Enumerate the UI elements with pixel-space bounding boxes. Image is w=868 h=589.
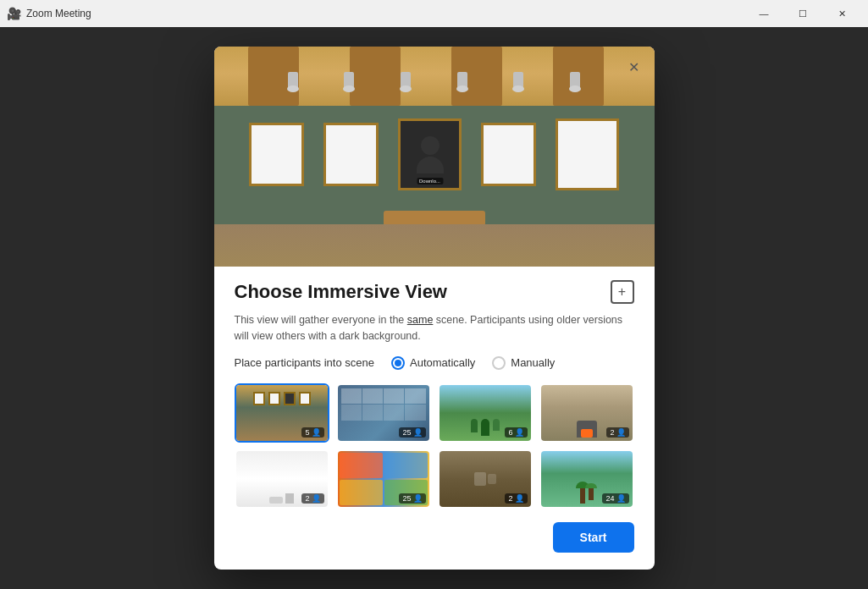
panel xyxy=(384,453,428,478)
plant xyxy=(471,419,478,432)
person-icon-modern: 👤 xyxy=(312,494,321,503)
scene-badge-modern: 2 👤 xyxy=(301,493,323,504)
tropical-trees xyxy=(580,487,594,504)
leaves xyxy=(585,483,597,488)
frame-4 xyxy=(556,118,619,190)
scene-cafe[interactable]: 2 👤 xyxy=(438,449,533,509)
title-bar: 🎥 Zoom Meeting — ☐ ✕ xyxy=(0,0,868,27)
modal-dialog: ✕ xyxy=(214,47,655,570)
room-floor xyxy=(214,224,655,267)
scene-fireplace[interactable]: 2 👤 xyxy=(539,383,634,443)
description-highlight: same xyxy=(407,314,434,326)
hotel-cell xyxy=(362,388,383,405)
scene-badge-cafe: 2 👤 xyxy=(505,493,527,504)
modal-title: Choose Immersive View xyxy=(235,281,448,303)
scene-gallery[interactable]: 5 👤 xyxy=(235,383,329,443)
lights-row xyxy=(214,72,655,89)
plant xyxy=(493,419,500,431)
light-2 xyxy=(344,72,354,89)
scene-tropical[interactable]: 24 👤 xyxy=(539,449,634,509)
frame-inner-1 xyxy=(252,125,301,184)
person-icon-fireplace: 👤 xyxy=(616,428,626,437)
scene-hotel[interactable]: 25 👤 xyxy=(336,383,431,443)
title-bar-left: 🎥 Zoom Meeting xyxy=(7,7,91,20)
modal-content: Choose Immersive View + This view will g… xyxy=(214,267,655,570)
radio-manual[interactable]: Manually xyxy=(492,356,555,370)
preview-image: Downlo... xyxy=(214,47,655,267)
title-bar-controls: — ☐ ✕ xyxy=(744,0,861,27)
plant xyxy=(481,419,489,436)
modal-close-button[interactable]: ✕ xyxy=(624,57,644,77)
menu-board xyxy=(474,472,486,486)
scene-modern[interactable]: 2 👤 xyxy=(235,449,329,509)
scene-badge-garden: 6 👤 xyxy=(505,427,527,438)
modal-header: Choose Immersive View + xyxy=(235,280,634,304)
fireplace-mantle xyxy=(577,421,597,438)
radio-auto[interactable]: Automatically xyxy=(391,356,475,370)
mini-frame xyxy=(284,392,296,405)
light-4 xyxy=(457,72,467,89)
radio-manual-circle xyxy=(492,356,506,370)
light-5 xyxy=(513,72,523,89)
scene-badge-hotel: 25 👤 xyxy=(399,427,425,438)
panel xyxy=(340,480,383,505)
sofa xyxy=(269,497,283,504)
person-icon-tropical: 👤 xyxy=(616,494,626,503)
frame-3 xyxy=(481,123,536,186)
modal-footer: Start xyxy=(235,522,634,553)
scene-badge-tropical: 24 👤 xyxy=(602,493,628,504)
scene-badge-fireplace: 2 👤 xyxy=(606,427,628,438)
modern-furniture xyxy=(269,493,294,504)
place-participants-label: Place participants into scene xyxy=(235,356,374,369)
light-1 xyxy=(288,72,298,89)
badge-count-fireplace: 2 xyxy=(610,428,614,437)
scene-garden[interactable]: 6 👤 xyxy=(438,383,533,443)
hotel-cell xyxy=(384,388,404,405)
mini-frame xyxy=(253,392,265,405)
trunk xyxy=(589,487,594,500)
light-6 xyxy=(570,72,580,89)
panel xyxy=(340,453,383,478)
chair xyxy=(285,493,294,504)
frame-inner-4 xyxy=(558,121,616,188)
scenes-grid: 5 👤 xyxy=(235,383,634,509)
add-scene-button[interactable]: + xyxy=(611,280,634,304)
app-icon: 🎥 xyxy=(7,7,21,20)
badge-count-gallery: 5 xyxy=(305,428,309,437)
badge-count-cafe: 2 xyxy=(508,494,512,503)
menu-board xyxy=(488,474,496,484)
light-3 xyxy=(401,72,411,89)
mini-frame xyxy=(299,392,311,405)
maximize-button[interactable]: ☐ xyxy=(783,0,822,27)
scene-colorful[interactable]: 25 👤 xyxy=(336,449,431,509)
person-icon-hotel: 👤 xyxy=(413,428,423,437)
avatar-person xyxy=(417,136,444,173)
plus-icon: + xyxy=(618,284,626,300)
badge-count-colorful: 25 xyxy=(402,494,411,503)
fire xyxy=(581,429,593,438)
main-area: ✕ xyxy=(0,27,868,589)
window-close-button[interactable]: ✕ xyxy=(822,0,861,27)
frame-2 xyxy=(323,123,379,186)
gallery-frames xyxy=(253,392,311,405)
trunk xyxy=(580,487,585,504)
frame-1 xyxy=(249,123,304,186)
hotel-cell xyxy=(341,405,362,421)
start-button[interactable]: Start xyxy=(553,522,634,553)
frame-center: Downlo... xyxy=(398,118,462,190)
avatar-head xyxy=(421,136,440,155)
hotel-cell xyxy=(405,388,425,405)
badge-count-garden: 6 xyxy=(508,428,512,437)
person-icon-cafe: 👤 xyxy=(515,494,524,503)
minimize-button[interactable]: — xyxy=(744,0,783,27)
radio-group: Place participants into scene Automatica… xyxy=(235,356,634,370)
app-title: Zoom Meeting xyxy=(26,8,91,19)
hotel-cell xyxy=(362,405,383,421)
badge-count-tropical: 24 xyxy=(605,494,614,503)
mini-frame xyxy=(268,392,280,405)
badge-count-modern: 2 xyxy=(305,494,309,503)
radio-auto-circle xyxy=(391,356,405,370)
hotel-cell xyxy=(384,405,404,421)
modal-description: This view will gather everyone in the sa… xyxy=(235,312,634,344)
hotel-cell xyxy=(341,388,362,405)
